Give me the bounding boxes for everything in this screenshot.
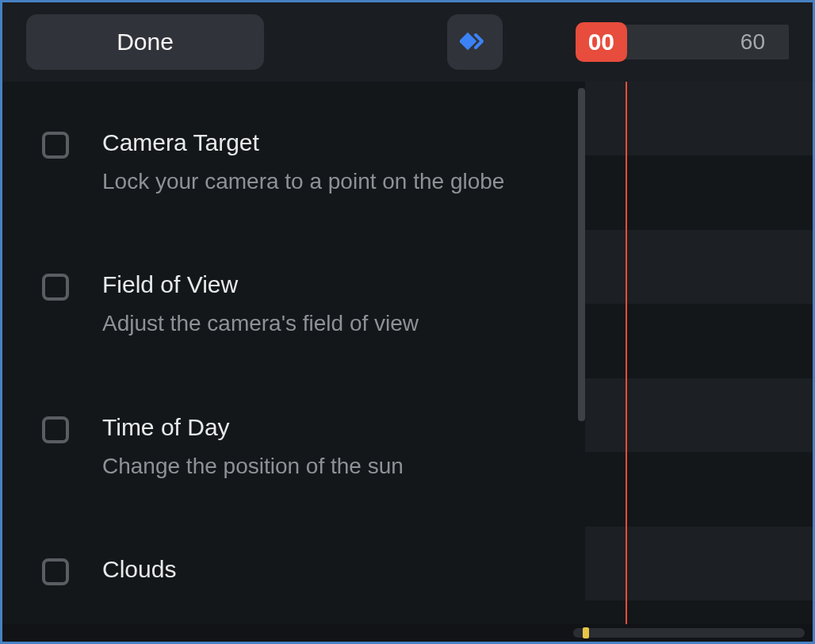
options-scrollbar-thumb[interactable] [578, 88, 585, 421]
current-time-badge[interactable]: 00 [576, 22, 627, 62]
option-title: Camera Target [102, 129, 504, 156]
footer-bar [2, 624, 813, 642]
timeline-track[interactable] [585, 156, 813, 230]
timeline-track[interactable] [585, 601, 813, 624]
playhead-line[interactable] [626, 82, 627, 624]
header-bar: Done 00 60 [2, 2, 813, 82]
time-tick-60: 60 [740, 29, 765, 55]
option-row-field-of-view[interactable]: Field of View Adjust the camera's field … [2, 243, 585, 385]
horizontal-scrollbar-track[interactable] [573, 628, 805, 638]
option-description: Lock your camera to a point on the globe [102, 167, 504, 196]
option-row-clouds[interactable]: Clouds [2, 528, 585, 585]
app-frame: Done 00 60 Camera Target Lo [2, 2, 813, 642]
timeline-panel[interactable] [585, 82, 813, 624]
done-button[interactable]: Done [26, 14, 264, 70]
timeline-track[interactable] [585, 527, 813, 601]
option-description: Change the position of the sun [102, 452, 404, 481]
option-title: Time of Day [102, 414, 404, 441]
timeline-track[interactable] [585, 230, 813, 305]
timeline-ruler[interactable]: 00 60 [576, 22, 789, 62]
timeline-track[interactable] [585, 82, 813, 156]
main-content: Camera Target Lock your camera to a poin… [2, 82, 813, 624]
options-panel[interactable]: Camera Target Lock your camera to a poin… [2, 82, 585, 624]
checkbox-camera-target[interactable] [42, 132, 69, 159]
option-row-time-of-day[interactable]: Time of Day Change the position of the s… [2, 386, 585, 528]
add-keyframe-button[interactable] [447, 14, 503, 70]
horizontal-scrollbar-thumb[interactable] [583, 627, 589, 638]
timeline-track[interactable] [585, 378, 813, 453]
timeline-track[interactable] [585, 453, 813, 527]
option-title: Clouds [102, 556, 176, 583]
keyframe-icon [460, 30, 490, 55]
option-title: Field of View [102, 271, 419, 298]
checkbox-field-of-view[interactable] [42, 274, 69, 301]
option-description: Adjust the camera's field of view [102, 309, 419, 338]
time-ruler-segment[interactable]: 60 [622, 25, 789, 59]
option-row-camera-target[interactable]: Camera Target Lock your camera to a poin… [2, 102, 585, 243]
checkbox-time-of-day[interactable] [42, 416, 69, 443]
checkbox-clouds[interactable] [42, 558, 69, 585]
timeline-track[interactable] [585, 305, 813, 378]
